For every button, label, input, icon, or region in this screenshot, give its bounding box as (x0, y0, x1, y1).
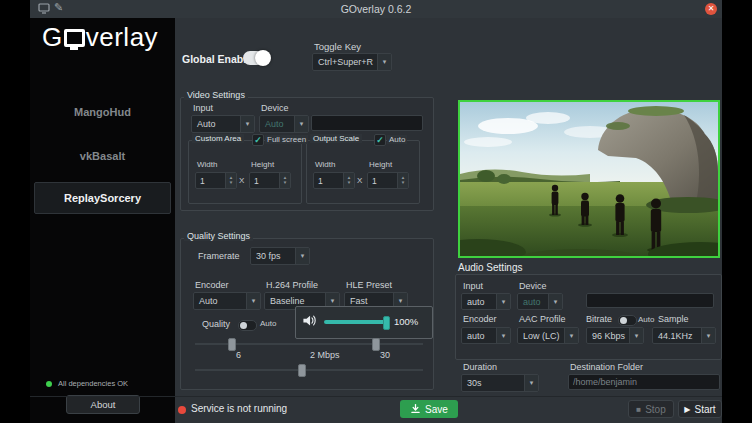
spinner-arrows-icon[interactable]: ▲▼ (279, 173, 290, 188)
chevron-down-icon: ▾ (246, 293, 260, 309)
quality-label: Quality (202, 319, 230, 329)
bitrate-slider-handle[interactable] (298, 364, 306, 377)
bitrate-slider-track[interactable] (195, 369, 423, 371)
custom-height-spinner[interactable]: 1 ▲▼ (249, 172, 291, 189)
framerate-select[interactable]: 30 fps ▾ (250, 247, 310, 265)
video-input-label: Input (193, 103, 213, 113)
destination-folder-label: Destination Folder (570, 362, 643, 372)
crf-min-handle[interactable] (228, 338, 236, 351)
video-device-field[interactable] (311, 115, 423, 131)
global-enable-label: Global Enable (182, 53, 252, 65)
stop-button-label: Stop (645, 404, 666, 415)
volume-slider[interactable] (324, 320, 388, 324)
audio-encoder-value: auto (462, 328, 496, 343)
chevron-down-icon: ▾ (496, 328, 510, 343)
sample-label: Sample (658, 314, 689, 324)
spin-down-icon[interactable]: ▼ (401, 181, 405, 186)
stop-button[interactable]: ■ Stop (628, 400, 674, 418)
sample-select[interactable]: 44.1KHz ▾ (652, 327, 716, 344)
chevron-down-icon: ▾ (564, 328, 578, 343)
bitrate-label: Bitrate (586, 314, 612, 324)
game-preview (458, 100, 720, 258)
start-button-label: Start (695, 404, 716, 415)
scale-width-spinner[interactable]: 1 ▲▼ (313, 172, 355, 189)
aac-profile-select[interactable]: Low (LC) ▾ (517, 327, 579, 344)
chevron-down-icon: ▾ (496, 294, 510, 309)
scale-height-value: 1 (368, 173, 397, 188)
destination-folder-field[interactable] (568, 374, 720, 390)
pencil-icon[interactable]: ✎ (54, 2, 63, 13)
bitrate-select[interactable]: 96 Kbps ▾ (586, 327, 644, 344)
app-logo: Gverlay (42, 22, 158, 53)
volume-percent: 100% (394, 316, 418, 327)
scale-height-label: Height (369, 160, 392, 169)
custom-width-label: Width (197, 160, 217, 169)
spinner-arrows-icon[interactable]: ▲▼ (225, 173, 236, 188)
duration-select[interactable]: 30s ▾ (461, 374, 539, 392)
crf-min-label: 6 (236, 350, 241, 360)
quality-auto-label: Auto (260, 319, 276, 328)
custom-width-spinner[interactable]: 1 ▲▼ (195, 172, 237, 189)
sample-value: 44.1KHz (653, 328, 701, 343)
audio-device-select[interactable]: auto ▾ (517, 293, 563, 310)
global-enable-toggle[interactable] (243, 51, 270, 65)
about-button[interactable]: About (66, 395, 140, 414)
app-window: ✎ GOverlay 0.6.2 ✕ Gverlay MangoHud vkBa… (30, 0, 722, 423)
scale-height-spinner[interactable]: 1 ▲▼ (367, 172, 409, 189)
toggle-key-select[interactable]: Ctrl+Super+R ▾ (312, 53, 392, 71)
custom-area-title: Custom Area (192, 134, 244, 143)
custom-height-value: 1 (250, 173, 279, 188)
stop-icon: ■ (636, 405, 641, 414)
duration-label: Duration (463, 362, 497, 372)
spin-down-icon[interactable]: ▼ (347, 181, 351, 186)
aac-profile-value: Low (LC) (518, 328, 564, 343)
audio-device-value: auto (518, 294, 548, 309)
quality-auto-toggle[interactable] (238, 320, 257, 331)
close-icon[interactable]: ✕ (705, 3, 717, 15)
h264-profile-label: H.264 Profile (266, 280, 318, 290)
encoder-select[interactable]: Auto ▾ (193, 292, 261, 310)
bitrate-mid-label: 2 Mbps (310, 350, 340, 360)
hle-preset-label: HLE Preset (346, 280, 392, 290)
output-scale-title: Output Scale (310, 134, 362, 143)
output-auto-checkbox[interactable]: ✓ (374, 134, 386, 146)
titlebar[interactable]: ✎ GOverlay 0.6.2 ✕ (30, 0, 722, 18)
save-button[interactable]: Save (400, 400, 458, 418)
spinner-arrows-icon[interactable]: ▲▼ (343, 173, 354, 188)
audio-settings-title: Audio Settings (458, 262, 523, 273)
video-device-select[interactable]: Auto ▾ (259, 115, 309, 133)
dependencies-ok-dot (46, 381, 52, 387)
bitrate-auto-toggle[interactable] (618, 315, 637, 326)
sidebar-item-mangohud[interactable]: MangoHud (30, 106, 175, 118)
spin-down-icon[interactable]: ▼ (229, 181, 233, 186)
speaker-icon[interactable] (302, 313, 317, 332)
crf-max-handle[interactable] (372, 338, 380, 351)
audio-encoder-select[interactable]: auto ▾ (461, 327, 511, 344)
window-title: GOverlay 0.6.2 (341, 3, 412, 15)
audio-device-field[interactable] (586, 293, 714, 308)
fullscreen-label: Full screen (265, 135, 308, 144)
logo-suffix: verlay (86, 22, 158, 52)
download-icon (410, 403, 421, 416)
check-icon: ✓ (376, 136, 384, 145)
service-status-text: Service is not running (191, 403, 287, 414)
custom-width-value: 1 (196, 173, 225, 188)
start-button[interactable]: ▶ Start (678, 400, 722, 418)
encoder-value: Auto (194, 293, 246, 309)
spinner-arrows-icon[interactable]: ▲▼ (397, 173, 408, 188)
chevron-down-icon: ▾ (294, 116, 308, 132)
spin-down-icon[interactable]: ▼ (283, 181, 287, 186)
quality-settings-title: Quality Settings (184, 231, 253, 241)
sidebar-item-replaysorcery[interactable]: ReplaySorcery (34, 182, 171, 214)
scale-width-label: Width (315, 160, 335, 169)
video-settings-title: Video Settings (184, 90, 248, 100)
volume-slider-handle[interactable] (383, 316, 390, 330)
check-icon: ✓ (254, 136, 262, 145)
chevron-down-icon: ▾ (295, 248, 309, 264)
video-input-select[interactable]: Auto ▾ (191, 115, 255, 133)
logo-prefix: G (42, 22, 63, 52)
app-monitor-icon[interactable] (38, 3, 50, 16)
fullscreen-checkbox[interactable]: ✓ (252, 134, 264, 146)
sidebar-item-vkbasalt[interactable]: vkBasalt (30, 150, 175, 162)
audio-input-select[interactable]: auto ▾ (461, 293, 511, 310)
